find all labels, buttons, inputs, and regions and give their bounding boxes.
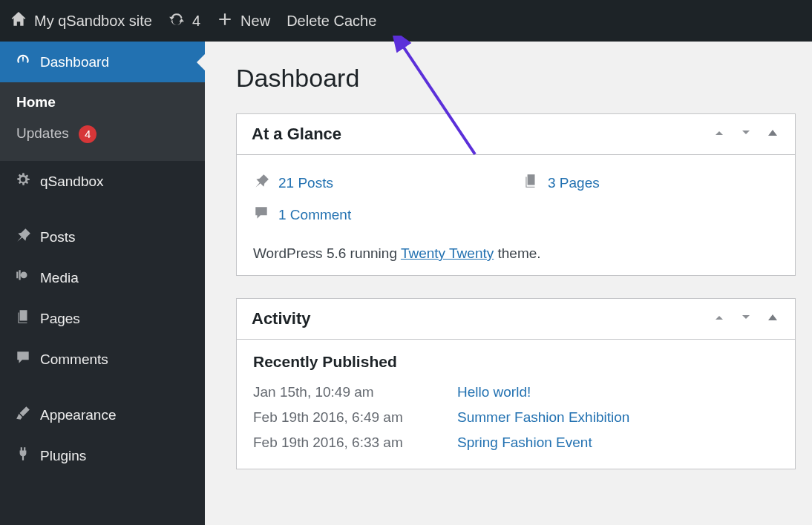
nav-label: Pages: [40, 311, 80, 327]
updates-count: 4: [192, 13, 200, 30]
panel-down-icon[interactable]: [739, 125, 753, 143]
panel-at-a-glance: At a Glance 21 Posts: [236, 113, 796, 276]
gear-icon: [15, 171, 31, 191]
nav-appearance[interactable]: Appearance: [0, 394, 205, 435]
nav-label: Plugins: [40, 448, 86, 464]
nav-posts[interactable]: Posts: [0, 217, 205, 257]
panel-title: Activity: [252, 309, 310, 328]
pin-icon: [15, 227, 31, 247]
activity-date: Jan 15th, 10:49 am: [253, 384, 428, 400]
updates-badge: 4: [79, 125, 96, 143]
submenu-updates[interactable]: Updates 4: [0, 118, 205, 151]
nav-media[interactable]: Media: [0, 257, 205, 298]
glance-comments[interactable]: 1 Comment: [253, 200, 509, 229]
comments-icon: [253, 205, 269, 225]
panel-down-icon[interactable]: [739, 310, 753, 328]
brush-icon: [15, 405, 31, 425]
page-title: Dashboard: [236, 64, 796, 93]
glance-posts-link[interactable]: 21 Posts: [278, 175, 333, 191]
plus-icon: [217, 11, 233, 31]
wp-info-text: WordPress 5.6 running: [253, 245, 401, 261]
home-icon: [10, 11, 27, 31]
glance-pages-link[interactable]: 3 Pages: [548, 175, 600, 191]
dashboard-icon: [15, 52, 31, 72]
panel-up-icon[interactable]: [712, 125, 727, 143]
activity-row: Feb 19th 2016, 6:33 am Spring Fashion Ev…: [253, 430, 779, 455]
panel-toggle-icon[interactable]: [765, 125, 780, 143]
submenu-updates-label: Updates: [16, 125, 69, 141]
site-name: My qSandbox site: [34, 13, 152, 30]
nav-qsandbox[interactable]: qSandbox: [0, 161, 205, 202]
activity-date: Feb 19th 2016, 6:33 am: [253, 435, 428, 451]
nav-label: Media: [40, 270, 79, 286]
pin-icon: [253, 173, 269, 193]
activity-link[interactable]: Summer Fashion Exhibition: [457, 409, 629, 426]
media-icon: [15, 268, 31, 288]
activity-link[interactable]: Hello world!: [457, 384, 531, 400]
activity-link[interactable]: Spring Fashion Event: [457, 435, 592, 451]
delete-cache-link[interactable]: Delete Cache: [287, 13, 376, 30]
panel-activity: Activity Recently Published Jan 15th, 10…: [236, 298, 796, 469]
nav-pages[interactable]: Pages: [0, 298, 205, 339]
panel-toggle-icon[interactable]: [765, 310, 780, 328]
nav-label: Comments: [40, 351, 108, 368]
new-label: New: [240, 13, 270, 30]
main-content: Dashboard At a Glance 21 Posts: [205, 42, 812, 525]
wp-info: WordPress 5.6 running Twenty Twenty them…: [253, 245, 779, 262]
nav-label: Appearance: [40, 407, 116, 423]
glance-posts[interactable]: 21 Posts: [253, 168, 509, 197]
delete-cache-label: Delete Cache: [287, 13, 376, 30]
glance-comments-link[interactable]: 1 Comment: [278, 207, 351, 223]
panel-header: Activity: [237, 299, 795, 340]
activity-row: Feb 19th 2016, 6:49 am Summer Fashion Ex…: [253, 405, 779, 430]
submenu-home[interactable]: Home: [0, 87, 205, 118]
glance-pages[interactable]: 3 Pages: [523, 168, 779, 197]
nav-label: Posts: [40, 229, 76, 245]
nav-plugins[interactable]: Plugins: [0, 435, 205, 476]
theme-link[interactable]: Twenty Twenty: [401, 245, 494, 261]
plug-icon: [15, 446, 31, 466]
pages-icon: [15, 308, 31, 328]
activity-row: Jan 15th, 10:49 am Hello world!: [253, 380, 779, 405]
pages-icon: [523, 173, 539, 193]
refresh-icon: [168, 11, 185, 31]
nav-dashboard[interactable]: Dashboard: [0, 42, 205, 82]
site-link[interactable]: My qSandbox site: [10, 11, 152, 31]
comments-icon: [15, 349, 31, 369]
nav-label: qSandbox: [40, 174, 104, 190]
new-link[interactable]: New: [217, 11, 270, 31]
panel-header: At a Glance: [237, 114, 795, 155]
panel-title: At a Glance: [252, 125, 341, 144]
panel-up-icon[interactable]: [712, 310, 727, 328]
activity-subtitle: Recently Published: [253, 353, 779, 380]
panel-controls: [712, 125, 780, 143]
admin-sidebar: Dashboard Home Updates 4 qSandbox Posts …: [0, 42, 205, 525]
dashboard-submenu: Home Updates 4: [0, 82, 205, 161]
nav-comments[interactable]: Comments: [0, 339, 205, 380]
wp-info-text-2: theme.: [494, 245, 540, 261]
panel-controls: [712, 310, 780, 328]
admin-toolbar: My qSandbox site 4 New Delete Cache: [0, 0, 812, 42]
updates-link[interactable]: 4: [168, 11, 200, 31]
activity-date: Feb 19th 2016, 6:49 am: [253, 409, 428, 426]
nav-label: Dashboard: [40, 54, 109, 70]
